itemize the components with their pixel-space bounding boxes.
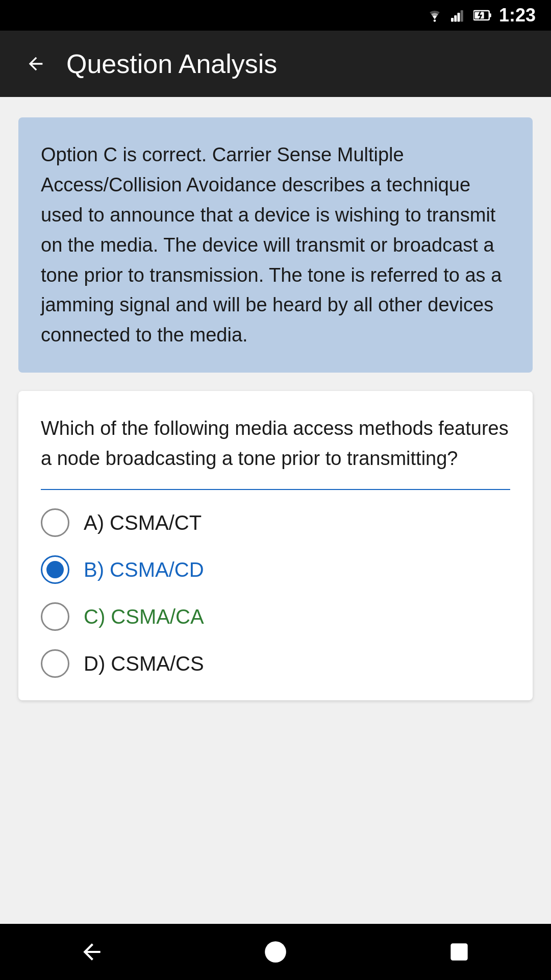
radio-b-fill	[46, 561, 64, 578]
status-time: 1:23	[499, 5, 536, 26]
svg-point-8	[265, 941, 286, 963]
option-c[interactable]: C) CSMA/CA	[41, 602, 510, 631]
battery-icon	[473, 8, 492, 22]
svg-rect-2	[454, 15, 457, 22]
nav-back-button[interactable]	[74, 934, 110, 970]
app-bar: Question Analysis	[0, 31, 551, 97]
back-button[interactable]	[20, 48, 51, 79]
explanation-text: Option C is correct. Carrier Sense Multi…	[41, 140, 510, 350]
radio-b	[41, 555, 69, 584]
nav-recents-button[interactable]	[441, 934, 477, 970]
option-d[interactable]: D) CSMA/CS	[41, 649, 510, 678]
question-divider	[41, 489, 510, 490]
signal-icon	[451, 8, 466, 22]
wifi-icon	[425, 8, 444, 22]
option-d-label: D) CSMA/CS	[84, 652, 204, 675]
question-card: Which of the following media access meth…	[18, 391, 533, 700]
option-b-label: B) CSMA/CD	[84, 558, 204, 581]
back-arrow-icon	[26, 54, 46, 74]
radio-d	[41, 649, 69, 678]
status-icons: 1:23	[425, 5, 536, 26]
svg-rect-1	[451, 18, 454, 22]
option-a-label: A) CSMA/CT	[84, 511, 202, 534]
nav-home-button[interactable]	[258, 934, 293, 970]
options-list: A) CSMA/CT B) CSMA/CD C) CSMA/CA D) CSMA…	[41, 508, 510, 678]
nav-recents-icon	[446, 939, 472, 965]
nav-back-icon	[79, 939, 105, 965]
main-content: Option C is correct. Carrier Sense Multi…	[0, 97, 551, 924]
nav-bar	[0, 924, 551, 980]
radio-a	[41, 508, 69, 537]
nav-home-icon	[263, 939, 288, 965]
page-title: Question Analysis	[66, 48, 277, 79]
svg-point-0	[434, 19, 436, 22]
option-b[interactable]: B) CSMA/CD	[41, 555, 510, 584]
explanation-card: Option C is correct. Carrier Sense Multi…	[18, 117, 533, 373]
svg-rect-3	[457, 13, 460, 22]
option-c-label: C) CSMA/CA	[84, 605, 204, 628]
question-text: Which of the following media access meth…	[41, 413, 510, 474]
status-bar: 1:23	[0, 0, 551, 31]
option-a[interactable]: A) CSMA/CT	[41, 508, 510, 537]
svg-rect-9	[450, 943, 467, 960]
radio-c	[41, 602, 69, 631]
svg-rect-6	[489, 13, 491, 17]
svg-rect-4	[461, 10, 463, 22]
